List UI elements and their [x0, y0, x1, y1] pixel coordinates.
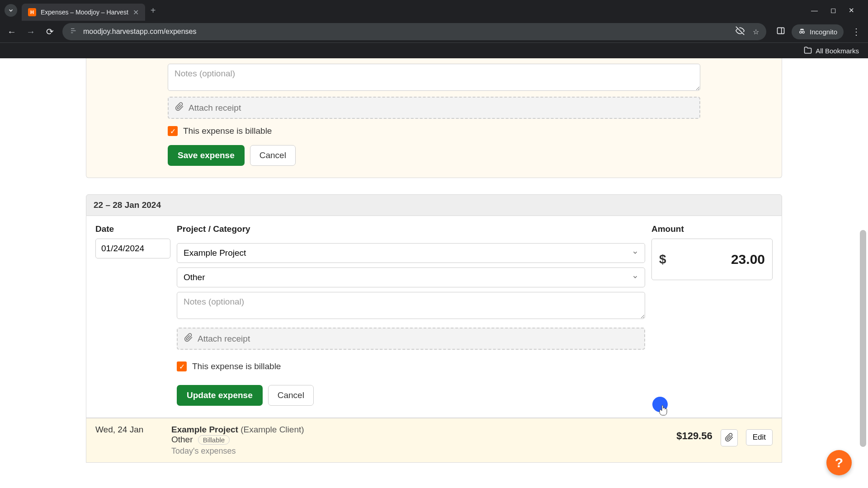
project-label: Project / Category — [177, 224, 645, 234]
currency-symbol: $ — [659, 252, 666, 267]
incognito-badge[interactable]: Incognito — [792, 24, 844, 39]
billable-label: This expense is billable — [192, 361, 281, 371]
attach-receipt-button[interactable]: Attach receipt — [168, 97, 700, 119]
favicon-icon: H — [28, 8, 36, 16]
minimize-icon[interactable]: — — [811, 6, 818, 14]
scrollbar-track[interactable] — [861, 58, 867, 488]
summary-amount: $129.56 — [676, 425, 712, 442]
billable-badge: Billable — [198, 435, 230, 445]
bookmarks-label: All Bookmarks — [816, 47, 859, 55]
amount-field[interactable]: $ — [651, 239, 773, 280]
menu-icon[interactable]: ⋮ — [850, 25, 863, 38]
tab-title: Expenses – Moodjoy – Harvest — [41, 9, 128, 16]
incognito-icon — [798, 27, 806, 37]
project-value: Example Project — [184, 248, 246, 258]
new-tab-button[interactable]: + — [151, 5, 156, 16]
chevron-down-icon — [632, 274, 638, 282]
all-bookmarks-button[interactable]: All Bookmarks — [804, 46, 859, 56]
attach-label: Attach receipt — [189, 103, 241, 113]
chevron-down-icon — [632, 249, 638, 257]
tab-search-dropdown[interactable] — [5, 4, 17, 17]
summary-client: (Example Client) — [241, 425, 304, 434]
bookmarks-bar: All Bookmarks — [0, 42, 868, 58]
week-header: 22 – 28 Jan 2024 — [86, 194, 782, 216]
svg-rect-4 — [778, 28, 784, 33]
amount-input[interactable] — [702, 252, 765, 267]
browser-chrome: H Expenses – Moodjoy – Harvest ✕ + — ◻ ✕… — [0, 0, 868, 58]
paperclip-icon — [184, 333, 193, 344]
svg-point-6 — [800, 31, 802, 33]
notes-input[interactable] — [168, 64, 700, 91]
summary-notes: Today's expenses — [171, 446, 668, 456]
billable-row: ✓ This expense is billable — [177, 361, 645, 371]
incognito-label: Incognito — [810, 28, 837, 36]
forward-button[interactable]: → — [24, 25, 37, 38]
attach-label: Attach receipt — [198, 334, 250, 344]
cancel-button[interactable]: Cancel — [268, 385, 314, 406]
pointer-cursor-icon — [659, 405, 668, 416]
window-controls: — ◻ ✕ — [811, 6, 863, 14]
billable-row: ✓ This expense is billable — [168, 126, 700, 136]
billable-label: This expense is billable — [183, 126, 272, 136]
tab-bar: H Expenses – Moodjoy – Harvest ✕ + — ◻ ✕ — [0, 0, 868, 21]
svg-point-7 — [802, 31, 805, 33]
help-fab-button[interactable]: ? — [826, 450, 852, 475]
update-expense-button[interactable]: Update expense — [177, 385, 263, 406]
page-content: Attach receipt ✓ This expense is billabl… — [0, 58, 868, 488]
summary-project-name: Example Project — [171, 425, 238, 434]
star-icon[interactable]: ☆ — [753, 28, 759, 36]
date-input[interactable] — [95, 239, 170, 258]
summary-details: Example Project (Example Client) Other B… — [171, 425, 668, 456]
reload-button[interactable]: ⟳ — [43, 25, 56, 38]
url-text: moodjoy.harvestapp.com/expenses — [83, 28, 197, 36]
close-window-icon[interactable]: ✕ — [849, 6, 854, 14]
save-expense-button[interactable]: Save expense — [168, 145, 245, 166]
site-info-icon[interactable] — [70, 27, 78, 37]
project-select[interactable]: Example Project — [177, 243, 645, 263]
maximize-icon[interactable]: ◻ — [830, 6, 836, 14]
summary-date: Wed, 24 Jan — [95, 425, 163, 435]
edit-expense-card: Date Project / Category Example Project … — [86, 216, 782, 418]
notes-input[interactable] — [177, 292, 645, 319]
eye-off-icon[interactable] — [736, 26, 745, 37]
category-value: Other — [184, 272, 205, 282]
scrollbar-thumb[interactable] — [860, 230, 866, 447]
edit-button[interactable]: Edit — [746, 429, 773, 446]
date-label: Date — [95, 224, 170, 234]
folder-icon — [804, 46, 812, 56]
address-bar-row: ← → ⟳ moodjoy.harvestapp.com/expenses ☆ … — [0, 21, 868, 42]
billable-checkbox[interactable]: ✓ — [177, 361, 187, 371]
side-panel-icon[interactable] — [776, 26, 785, 37]
billable-checkbox[interactable]: ✓ — [168, 126, 178, 136]
attach-receipt-button[interactable]: Attach receipt — [177, 328, 645, 350]
back-button[interactable]: ← — [5, 25, 18, 38]
amount-label: Amount — [651, 224, 773, 234]
summary-category: Other — [171, 435, 193, 444]
expense-summary-row: Wed, 24 Jan Example Project (Example Cli… — [86, 418, 782, 463]
cursor-highlight — [652, 397, 668, 412]
close-tab-icon[interactable]: ✕ — [133, 8, 139, 17]
paperclip-icon — [175, 102, 184, 113]
cancel-button[interactable]: Cancel — [250, 145, 296, 166]
address-bar[interactable]: moodjoy.harvestapp.com/expenses ☆ — [62, 23, 766, 40]
paperclip-icon — [725, 433, 734, 443]
new-expense-card: Attach receipt ✓ This expense is billabl… — [86, 58, 782, 178]
browser-tab[interactable]: H Expenses – Moodjoy – Harvest ✕ — [22, 4, 145, 21]
category-select[interactable]: Other — [177, 267, 645, 287]
receipt-attachment-button[interactable] — [721, 429, 738, 446]
